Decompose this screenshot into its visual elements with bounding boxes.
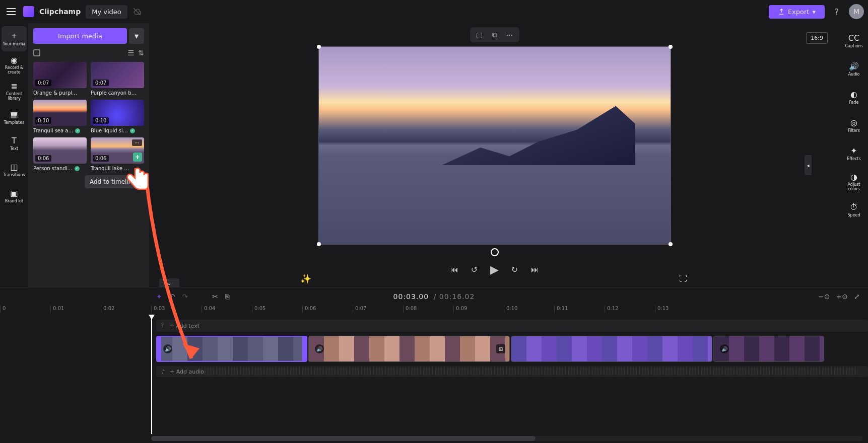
ruler-tick: 0:11 bbox=[554, 306, 568, 313]
timeline-clip-sea[interactable]: 🔊 ⊞ bbox=[308, 336, 510, 362]
resize-handle-bl[interactable] bbox=[317, 242, 321, 246]
media-duration: 0:07 bbox=[93, 80, 109, 86]
cc-icon: CC bbox=[849, 33, 859, 43]
clip-audio-icon[interactable]: 🔊 bbox=[163, 344, 172, 353]
zoom-fit-button[interactable]: ⤢ bbox=[854, 292, 860, 301]
media-item[interactable]: 0:07Purple canyon b… bbox=[91, 62, 144, 96]
sidebar-label: Brand kit bbox=[5, 199, 23, 204]
media-more-icon[interactable]: ⋯ bbox=[132, 139, 142, 146]
resize-handle-br[interactable] bbox=[669, 242, 673, 246]
rotate-handle[interactable] bbox=[491, 248, 499, 256]
ruler-tick: 0:10 bbox=[504, 306, 517, 313]
aspect-ratio-badge[interactable]: 16:9 bbox=[806, 32, 828, 44]
add-audio-track-button[interactable]: ♪ + Add audio bbox=[156, 366, 868, 377]
sidebar-item-plus[interactable]: ＋Your media bbox=[2, 26, 27, 51]
resize-handle-tr[interactable] bbox=[669, 45, 673, 49]
copy-button[interactable]: ⎘ bbox=[225, 292, 229, 301]
scrollbar-thumb[interactable] bbox=[151, 436, 536, 441]
select-all-checkbox[interactable] bbox=[33, 49, 40, 56]
menu-button[interactable] bbox=[4, 5, 18, 19]
split-button[interactable]: ✂ bbox=[212, 292, 218, 301]
clip-audio-icon[interactable]: 🔊 bbox=[720, 344, 729, 353]
inspector-item-adjust[interactable]: ◑Adjust colors bbox=[841, 169, 866, 194]
filter-icon[interactable]: ☰ bbox=[128, 49, 135, 57]
text-icon: T bbox=[9, 136, 19, 146]
media-item[interactable]: 0:06⋯+Tranquil lake … bbox=[91, 137, 144, 171]
next-frame-button[interactable]: ⏭ bbox=[529, 264, 541, 275]
media-thumb[interactable]: 0:10 bbox=[91, 100, 144, 126]
sidebar-item-transitions[interactable]: ◫Transitions bbox=[2, 157, 27, 182]
media-item[interactable]: 0:10Blue liquid si…✓ bbox=[91, 100, 144, 133]
inspector-item-effects[interactable]: ✦Effects bbox=[841, 141, 866, 166]
ai-sparkle-icon[interactable]: ✨ bbox=[300, 273, 311, 284]
prev-frame-button[interactable]: ⏮ bbox=[449, 264, 460, 275]
media-thumb[interactable]: 0:06⋯+ bbox=[91, 137, 144, 164]
transitions-icon: ◫ bbox=[9, 162, 19, 172]
import-dropdown-button[interactable]: ▾ bbox=[129, 28, 144, 44]
media-label: Blue liquid si… bbox=[91, 128, 128, 133]
pip-icon[interactable]: ⧉ bbox=[490, 30, 499, 39]
playhead[interactable] bbox=[151, 316, 152, 434]
inspector-label: Audio bbox=[848, 72, 860, 77]
inspector-item-cc[interactable]: CCCaptions bbox=[841, 28, 866, 53]
export-label: Export bbox=[788, 8, 810, 16]
media-duration: 0:10 bbox=[93, 117, 109, 124]
media-thumb[interactable]: 0:07 bbox=[91, 62, 144, 88]
crop-icon[interactable]: ▢ bbox=[475, 30, 484, 39]
timeline-collapse-tab[interactable]: ⌄ bbox=[159, 278, 179, 287]
media-duration: 0:06 bbox=[35, 155, 51, 162]
media-thumb[interactable]: 0:07 bbox=[33, 62, 87, 88]
timeline-scrollbar[interactable] bbox=[151, 436, 863, 441]
clip-audio-icon[interactable]: 🔊 bbox=[315, 344, 324, 353]
inspector-item-fade[interactable]: ◐Fade bbox=[841, 85, 866, 110]
add-to-timeline-button[interactable]: + bbox=[133, 153, 142, 162]
timeline-clip-blue-liquid[interactable] bbox=[511, 336, 712, 362]
forward-button[interactable]: ↻ bbox=[509, 264, 520, 275]
sidebar-item-record[interactable]: ◉Record & create bbox=[2, 52, 27, 78]
media-item[interactable]: 0:10Tranquil sea a…✓ bbox=[33, 100, 87, 133]
sidebar-item-templates[interactable]: ▦Templates bbox=[2, 105, 27, 130]
resize-handle-tl[interactable] bbox=[317, 45, 321, 49]
inspector-item-audio[interactable]: 🔊Audio bbox=[841, 56, 866, 82]
sort-icon[interactable]: ⇅ bbox=[138, 49, 144, 57]
inspector-label: Speed bbox=[847, 213, 860, 218]
fullscreen-icon[interactable]: ⛶ bbox=[678, 273, 689, 284]
sidebar-item-text[interactable]: TText bbox=[2, 131, 27, 156]
undo-button[interactable]: ↶ bbox=[169, 292, 175, 301]
import-media-button[interactable]: Import media bbox=[33, 28, 127, 44]
timecode-current: 00:03.00 bbox=[393, 292, 429, 301]
zoom-out-button[interactable]: −⊙ bbox=[818, 292, 830, 301]
clip-trim-right[interactable] bbox=[302, 337, 306, 361]
more-icon[interactable]: ⋯ bbox=[505, 30, 514, 39]
export-button[interactable]: Export ▾ bbox=[769, 5, 825, 19]
redo-button[interactable]: ↷ bbox=[182, 292, 188, 301]
sidebar-item-brand[interactable]: ▣Brand kit bbox=[2, 183, 27, 208]
right-panel-collapse[interactable]: ◂ bbox=[805, 155, 812, 175]
sync-off-icon bbox=[132, 7, 142, 16]
media-thumb[interactable]: 0:10 bbox=[33, 100, 87, 126]
media-item[interactable]: 0:06Person standi…✓ bbox=[33, 137, 87, 171]
play-button[interactable]: ▶ bbox=[489, 264, 500, 275]
project-name[interactable]: My video bbox=[86, 5, 127, 19]
record-icon: ◉ bbox=[9, 55, 19, 65]
effects-icon: ✦ bbox=[849, 146, 859, 156]
zoom-in-button[interactable]: +⊙ bbox=[836, 292, 848, 301]
add-text-track-button[interactable]: T + Add text bbox=[156, 320, 868, 332]
rewind-button[interactable]: ↺ bbox=[469, 264, 480, 275]
media-thumb[interactable]: 0:06 bbox=[33, 137, 87, 164]
clip-trim-left[interactable] bbox=[157, 337, 161, 361]
library-icon: ≣ bbox=[9, 81, 19, 91]
timeline-clip-canyon[interactable]: 🔊 bbox=[713, 336, 824, 362]
inspector-item-speed[interactable]: ⏱Speed bbox=[841, 197, 866, 223]
inspector-item-filters[interactable]: ◎Filters bbox=[841, 113, 866, 138]
media-item[interactable]: 0:07Orange & purpl… bbox=[33, 62, 87, 96]
help-button[interactable]: ? bbox=[830, 5, 844, 19]
avatar[interactable]: M bbox=[849, 4, 864, 19]
ruler-tick: 0:02 bbox=[101, 306, 114, 313]
chevron-down-icon: ▾ bbox=[812, 8, 816, 16]
sidebar-item-library[interactable]: ≣Content library bbox=[2, 79, 27, 104]
timeline-clip-lake[interactable]: 🔊 bbox=[156, 336, 307, 362]
add-clip-icon[interactable]: ✦ bbox=[156, 292, 162, 301]
clip-effect-icon[interactable]: ⊞ bbox=[496, 344, 505, 353]
preview-canvas[interactable] bbox=[318, 46, 671, 245]
